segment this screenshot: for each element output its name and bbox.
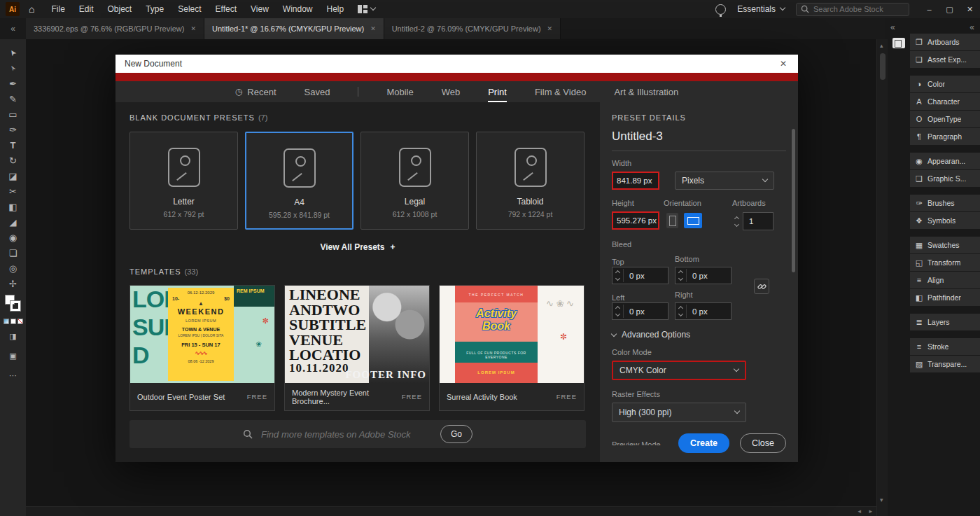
curvature-tool[interactable]: ✎ [0,91,26,106]
panel-swatches[interactable]: ▦Swatches [910,237,980,253]
create-button[interactable]: Create [678,433,729,453]
bleed-top-stepper[interactable] [612,269,624,282]
none-chip[interactable] [18,319,23,324]
document-tab-2-active[interactable]: Untitled-1* @ 16.67% (CMYK/GPU Preview) … [204,18,384,39]
view-all-presets-link[interactable]: View All Presets+ [130,242,586,252]
gradient-chip[interactable] [10,319,16,324]
menu-file[interactable]: File [44,4,71,14]
template-surreal-activity-book[interactable]: THE PERFECT MATCH Activity Book FULL OF … [439,285,584,411]
orientation-portrait-button[interactable] [666,213,678,228]
advanced-options-toggle[interactable]: Advanced Options [612,330,786,340]
panel-layers[interactable]: ≣Layers [910,314,980,330]
menu-effect[interactable]: Effect [209,4,244,14]
home-icon[interactable]: ⌂ [29,4,34,15]
screen-mode-button[interactable]: ▣ [0,348,26,363]
collapse-strip-icon[interactable]: « [890,22,895,32]
zoom-tool[interactable]: ◎ [0,260,26,276]
adobe-stock-search[interactable] [796,3,909,16]
menu-type[interactable]: Type [139,4,171,14]
pen-tool[interactable]: ✒ [0,76,26,91]
menu-select[interactable]: Select [171,4,208,14]
eyedropper-tool[interactable]: ◢ [0,214,26,230]
panel-paragraph[interactable]: ¶Paragraph [910,128,980,145]
go-button[interactable]: Go [440,425,472,443]
scrollbar-thumb[interactable] [880,53,886,80]
panel-appearance[interactable]: ◉Appearan... [910,153,980,169]
search-input[interactable] [813,5,900,13]
rotate-tool[interactable]: ↻ [0,153,26,168]
template-outdoor-event-poster[interactable]: LORE SUM D 06.12-12.2029 10-$0 ▲ WEEKEND… [130,285,275,411]
tab-close-icon[interactable]: ✕ [370,25,376,32]
panel-stroke[interactable]: ≡Stroke [910,338,980,355]
scissors-tool[interactable]: ✂ [0,183,26,199]
discover-lightbulb-icon[interactable] [715,4,726,15]
direct-selection-tool[interactable]: ➢ [0,60,26,76]
tab-mobile[interactable]: Mobile [386,81,413,102]
color-chip[interactable] [4,319,9,324]
tab-web[interactable]: Web [442,81,461,102]
bleed-bottom-stepper[interactable] [676,269,687,282]
dialog-close-icon[interactable]: ✕ [774,55,792,73]
document-name-field[interactable]: Untitled-3 [612,130,786,144]
stroke-color-swatch[interactable] [10,301,20,311]
workspace-switcher[interactable]: Essentials [737,4,785,14]
scroll-up-icon[interactable]: ▴ [880,42,883,49]
panel-symbols[interactable]: ❖Symbols [910,212,980,229]
width-input[interactable]: 841.89 px [612,172,659,190]
scroll-right-icon[interactable]: ▸ [869,508,872,515]
document-tab-3[interactable]: Untitled-2 @ 76.09% (CMYK/GPU Preview) ✕ [384,18,561,39]
tab-art-illustration[interactable]: Art & Illustration [614,81,678,102]
tab-film-video[interactable]: Film & Video [535,81,586,102]
panel-character[interactable]: ACharacter [910,93,980,110]
details-scrollbar-thumb[interactable] [792,129,795,272]
restore-button[interactable]: ▢ [939,5,960,14]
bleed-link-button[interactable] [754,279,769,294]
preset-letter[interactable]: Letter 612 x 792 pt [130,132,238,230]
type-tool[interactable]: T [0,137,26,153]
bleed-bottom-input[interactable]: 0 px [675,267,732,284]
menu-view[interactable]: View [244,4,276,14]
menu-window[interactable]: Window [276,4,320,14]
preset-legal[interactable]: Legal 612 x 1008 pt [360,132,469,230]
orientation-landscape-button-selected[interactable] [684,213,702,228]
more-tools-button[interactable]: ⋯ [0,368,26,383]
collapsed-panel-icon[interactable] [892,38,905,48]
units-select[interactable]: Pixels [675,172,774,190]
tab-close-icon[interactable]: ✕ [547,25,553,32]
tab-recent[interactable]: ◷ Recent [235,81,276,102]
bleed-right-input[interactable]: 0 px [675,302,732,320]
scroll-down-icon[interactable]: ▾ [880,496,883,503]
bleed-left-input[interactable]: 0 px [612,302,668,320]
hand-tool[interactable]: ✢ [0,276,26,291]
artboard-tool[interactable]: ❏ [0,245,26,260]
scroll-left-icon[interactable]: ◂ [858,508,861,515]
panel-transparency[interactable]: ▨Transpare... [910,356,980,372]
tab-print[interactable]: Print [488,81,507,102]
panel-artboards[interactable]: ❐Artboards [910,34,980,50]
close-button[interactable]: ✕ [960,5,980,14]
minimize-button[interactable]: – [919,5,939,14]
panel-asset-export[interactable]: ❏Asset Exp... [910,51,980,68]
tab-saved[interactable]: Saved [304,81,330,102]
toolbar-collapse-icon[interactable]: « [0,18,26,39]
preset-tabloid[interactable]: Tabloid 792 x 1224 pt [476,132,584,230]
bleed-left-stepper[interactable] [612,305,624,318]
paintbrush-tool[interactable]: ✑ [0,122,26,137]
close-dialog-button[interactable]: Close [740,433,786,453]
height-input[interactable]: 595.276 px [612,211,659,230]
rectangle-tool[interactable]: ▭ [0,106,26,122]
eraser-tool[interactable]: ◪ [0,168,26,183]
menu-object[interactable]: Object [101,4,139,14]
draw-mode-button[interactable]: ◨ [0,328,26,344]
selection-tool[interactable]: ➤ [0,45,26,60]
bleed-top-input[interactable]: 0 px [612,267,668,284]
tab-close-icon[interactable]: ✕ [190,25,196,32]
panel-brushes[interactable]: ✑Brushes [910,195,980,211]
horizontal-scrollbar[interactable]: ◂ ▸ [26,506,876,516]
fill-stroke-swatches[interactable] [0,294,26,316]
preset-a4-selected[interactable]: A4 595.28 x 841.89 pt [245,132,354,230]
raster-effects-select[interactable]: High (300 ppi) [612,403,746,422]
template-modern-mystery-brochure[interactable]: LINEONE ANDTWO SUBTITLE VENUE LOCATIO 10… [284,285,430,411]
panel-transform[interactable]: ◱Transform [910,254,980,271]
artboards-input[interactable]: 1 [743,212,774,230]
